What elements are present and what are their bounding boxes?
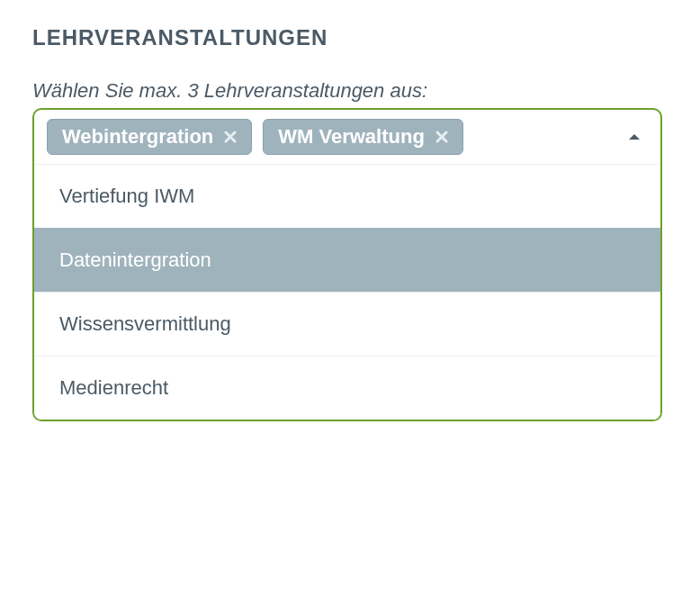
option-item[interactable]: Datenintergration [34, 228, 660, 292]
selected-tag-label: Webintergration [62, 125, 213, 149]
page-title: LEHRVERANSTALTUNGEN [32, 25, 668, 50]
option-item[interactable]: Medienrecht [34, 356, 660, 420]
option-item[interactable]: Wissensvermittlung [34, 292, 660, 356]
chevron-up-icon [628, 132, 641, 141]
select-prompt: Wählen Sie max. 3 Lehrveranstaltungen au… [32, 79, 668, 103]
multi-select[interactable]: Webintergration WM Verwaltung Vertiefung… [32, 108, 662, 421]
options-list: Vertiefung IWM Datenintergration Wissens… [34, 164, 660, 420]
dropdown-toggle[interactable] [628, 132, 641, 141]
selected-tag: WM Verwaltung [263, 119, 463, 155]
close-icon [224, 131, 237, 143]
selected-tag-label: WM Verwaltung [278, 125, 425, 149]
remove-tag-button[interactable] [222, 129, 238, 145]
remove-tag-button[interactable] [434, 129, 450, 145]
select-header[interactable]: Webintergration WM Verwaltung [34, 110, 660, 164]
selected-tag: Webintergration [47, 119, 252, 155]
close-icon [435, 131, 448, 143]
option-item[interactable]: Vertiefung IWM [34, 164, 660, 228]
